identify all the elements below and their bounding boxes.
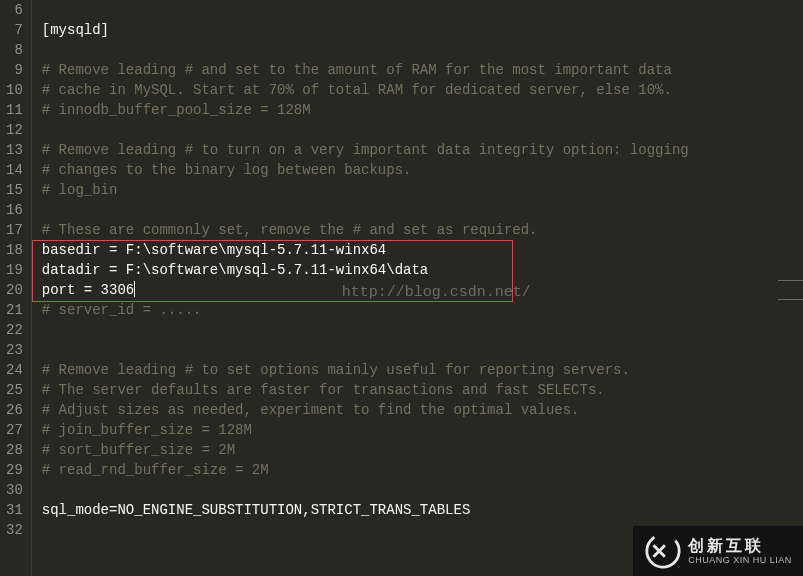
code-line[interactable]: # Remove leading # to turn on a very imp… [42, 140, 803, 160]
line-number: 18 [6, 240, 23, 260]
line-number: 15 [6, 180, 23, 200]
code-line[interactable]: # join_buffer_size = 128M [42, 420, 803, 440]
code-line[interactable]: # cache in MySQL. Start at 70% of total … [42, 80, 803, 100]
code-line[interactable]: # The server defaults are faster for tra… [42, 380, 803, 400]
line-number: 30 [6, 480, 23, 500]
code-line[interactable] [42, 320, 803, 340]
code-editor[interactable]: 6789101112131415161718192021222324252627… [0, 0, 803, 576]
line-number: 32 [6, 520, 23, 540]
code-line[interactable]: # sort_buffer_size = 2M [42, 440, 803, 460]
code-area[interactable]: http://blog.csdn.net/ [mysqld]# Remove l… [32, 0, 803, 576]
brand-logo: 创新互联 CHUANG XIN HU LIAN [633, 526, 803, 576]
line-number: 23 [6, 340, 23, 360]
line-number: 11 [6, 100, 23, 120]
code-line[interactable]: # server_id = ..... [42, 300, 803, 320]
line-number: 9 [6, 60, 23, 80]
line-number: 27 [6, 420, 23, 440]
svg-point-0 [644, 532, 682, 570]
code-line[interactable] [42, 200, 803, 220]
line-number: 26 [6, 400, 23, 420]
code-line[interactable] [42, 40, 803, 60]
line-number: 22 [6, 320, 23, 340]
code-line[interactable] [42, 0, 803, 20]
code-line[interactable]: [mysqld] [42, 20, 803, 40]
code-line[interactable]: sql_mode=NO_ENGINE_SUBSTITUTION,STRICT_T… [42, 500, 803, 520]
code-line[interactable]: # read_rnd_buffer_size = 2M [42, 460, 803, 480]
line-number: 6 [6, 0, 23, 20]
code-line[interactable]: datadir = F:\software\mysql-5.7.11-winx6… [42, 260, 803, 280]
line-number: 12 [6, 120, 23, 140]
line-number: 20 [6, 280, 23, 300]
code-line[interactable]: # Adjust sizes as needed, experiment to … [42, 400, 803, 420]
line-number: 7 [6, 20, 23, 40]
line-number: 21 [6, 300, 23, 320]
code-line[interactable]: # changes to the binary log between back… [42, 160, 803, 180]
code-line[interactable]: # These are commonly set, remove the # a… [42, 220, 803, 240]
logo-icon [644, 532, 682, 570]
code-line[interactable] [42, 120, 803, 140]
line-number: 16 [6, 200, 23, 220]
code-line[interactable] [42, 340, 803, 360]
code-line[interactable]: port = 3306 [42, 280, 803, 300]
line-number: 10 [6, 80, 23, 100]
line-number: 24 [6, 360, 23, 380]
line-number: 25 [6, 380, 23, 400]
code-line[interactable]: basedir = F:\software\mysql-5.7.11-winx6… [42, 240, 803, 260]
line-number-gutter: 6789101112131415161718192021222324252627… [0, 0, 32, 576]
text-caret [134, 281, 135, 297]
code-line[interactable] [42, 480, 803, 500]
line-number: 8 [6, 40, 23, 60]
line-number: 19 [6, 260, 23, 280]
line-number: 17 [6, 220, 23, 240]
code-line[interactable]: # innodb_buffer_pool_size = 128M [42, 100, 803, 120]
line-number: 13 [6, 140, 23, 160]
code-line[interactable]: # Remove leading # and set to the amount… [42, 60, 803, 80]
logo-text-cn: 创新互联 [688, 538, 792, 554]
line-number: 31 [6, 500, 23, 520]
code-line[interactable]: # log_bin [42, 180, 803, 200]
line-number: 28 [6, 440, 23, 460]
line-number: 29 [6, 460, 23, 480]
code-line[interactable]: # Remove leading # to set options mainly… [42, 360, 803, 380]
line-number: 14 [6, 160, 23, 180]
logo-text-en: CHUANG XIN HU LIAN [688, 556, 792, 565]
